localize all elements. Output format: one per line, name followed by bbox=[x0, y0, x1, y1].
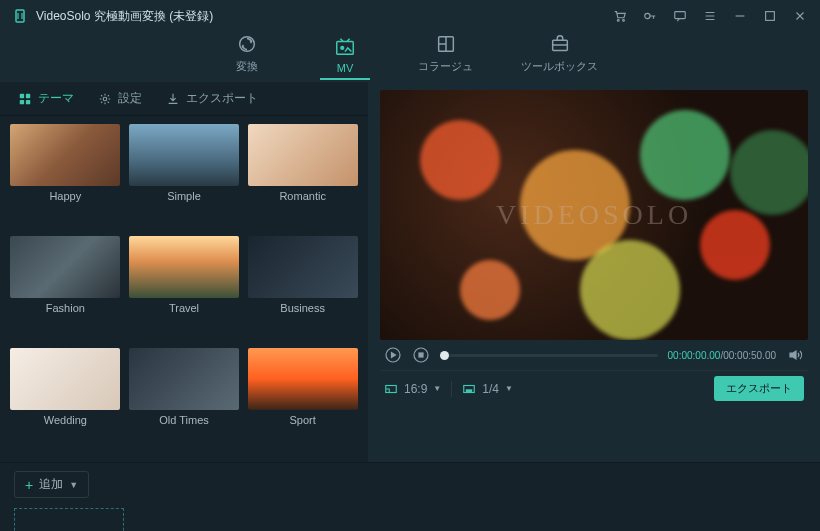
svg-rect-0 bbox=[16, 10, 24, 22]
display-fraction-value: 1/4 bbox=[482, 382, 499, 396]
stop-button[interactable] bbox=[412, 346, 430, 364]
left-panel: テーマ 設定 エクスポート HappySimpleRomanticFashion… bbox=[0, 82, 368, 462]
chevron-down-icon: ▼ bbox=[69, 480, 78, 490]
preview-area: VIDEOSOLO bbox=[380, 90, 808, 340]
progress-handle[interactable] bbox=[440, 351, 449, 360]
nav-mv-label: MV bbox=[337, 62, 354, 74]
svg-rect-4 bbox=[675, 12, 686, 19]
theme-thumb bbox=[10, 124, 120, 186]
theme-thumb bbox=[248, 124, 358, 186]
close-icon[interactable] bbox=[792, 8, 808, 24]
aspect-ratio-value: 16:9 bbox=[404, 382, 427, 396]
app-logo-icon bbox=[12, 8, 28, 24]
svg-rect-11 bbox=[20, 93, 24, 97]
timecode: 00:00:00.00/00:00:50.00 bbox=[668, 350, 776, 361]
theme-thumb bbox=[10, 236, 120, 298]
subtab-theme[interactable]: テーマ bbox=[12, 86, 80, 111]
theme-item-simple[interactable]: Simple bbox=[129, 124, 240, 230]
svg-rect-21 bbox=[467, 389, 472, 391]
subtab-export[interactable]: エクスポート bbox=[160, 86, 264, 111]
sub-tabs: テーマ 設定 エクスポート bbox=[0, 82, 368, 116]
subtab-export-label: エクスポート bbox=[186, 90, 258, 107]
svg-point-8 bbox=[341, 47, 344, 50]
right-panel: VIDEOSOLO 00:00:00.00/00:00:50.00 16:9 bbox=[368, 82, 820, 462]
svg-point-2 bbox=[623, 20, 625, 22]
titlebar: VideoSolo 究極動画変換 (未登録) bbox=[0, 0, 820, 32]
theme-item-oldtimes[interactable]: Old Times bbox=[129, 348, 240, 454]
main-nav: 変換 MV コラージュ ツールボックス bbox=[0, 32, 820, 82]
theme-label: Wedding bbox=[44, 414, 87, 426]
svg-rect-7 bbox=[337, 42, 354, 55]
subtab-settings[interactable]: 設定 bbox=[92, 86, 148, 111]
nav-toolbox[interactable]: ツールボックス bbox=[521, 33, 598, 80]
theme-item-wedding[interactable]: Wedding bbox=[10, 348, 121, 454]
app-title: VideoSolo 究極動画変換 (未登録) bbox=[36, 8, 213, 25]
feedback-icon[interactable] bbox=[672, 8, 688, 24]
add-media-dropzone[interactable]: + bbox=[14, 508, 124, 531]
player-bar: 00:00:00.00/00:00:50.00 bbox=[380, 340, 808, 370]
theme-thumb bbox=[129, 124, 239, 186]
theme-label: Fashion bbox=[46, 302, 85, 314]
nav-collage-label: コラージュ bbox=[418, 59, 473, 74]
theme-grid: HappySimpleRomanticFashionTravelBusiness… bbox=[0, 116, 368, 462]
add-button-label: 追加 bbox=[39, 476, 63, 493]
current-time: 00:00:00.00 bbox=[668, 350, 721, 361]
theme-label: Happy bbox=[49, 190, 81, 202]
theme-thumb bbox=[10, 348, 120, 410]
theme-item-sport[interactable]: Sport bbox=[247, 348, 358, 454]
export-button[interactable]: エクスポート bbox=[714, 376, 804, 401]
svg-rect-12 bbox=[26, 93, 30, 97]
menu-icon[interactable] bbox=[702, 8, 718, 24]
theme-item-travel[interactable]: Travel bbox=[129, 236, 240, 342]
preview-watermark: VIDEOSOLO bbox=[496, 199, 692, 231]
svg-point-15 bbox=[103, 97, 107, 101]
add-button[interactable]: + 追加 ▼ bbox=[14, 471, 89, 498]
chevron-down-icon: ▼ bbox=[505, 384, 513, 393]
plus-icon: + bbox=[25, 477, 33, 493]
key-icon[interactable] bbox=[642, 8, 658, 24]
theme-item-happy[interactable]: Happy bbox=[10, 124, 121, 230]
theme-label: Old Times bbox=[159, 414, 209, 426]
aspect-ratio-select[interactable]: 16:9 ▼ bbox=[384, 382, 441, 396]
nav-convert-label: 変換 bbox=[236, 59, 258, 74]
option-bar: 16:9 ▼ 1/4 ▼ エクスポート bbox=[380, 370, 808, 406]
theme-item-fashion[interactable]: Fashion bbox=[10, 236, 121, 342]
progress-bar[interactable] bbox=[440, 354, 658, 357]
svg-point-3 bbox=[645, 13, 650, 18]
theme-item-romantic[interactable]: Romantic bbox=[247, 124, 358, 230]
theme-label: Travel bbox=[169, 302, 199, 314]
total-time: 00:00:50.00 bbox=[723, 350, 776, 361]
chevron-down-icon: ▼ bbox=[433, 384, 441, 393]
svg-rect-14 bbox=[26, 99, 30, 103]
play-button[interactable] bbox=[384, 346, 402, 364]
nav-collage[interactable]: コラージュ bbox=[418, 33, 473, 80]
nav-mv[interactable]: MV bbox=[320, 36, 370, 80]
theme-label: Simple bbox=[167, 190, 201, 202]
cart-icon[interactable] bbox=[612, 8, 628, 24]
theme-label: Romantic bbox=[279, 190, 325, 202]
svg-rect-13 bbox=[20, 99, 24, 103]
theme-thumb bbox=[248, 236, 358, 298]
subtab-theme-label: テーマ bbox=[38, 90, 74, 107]
subtab-settings-label: 設定 bbox=[118, 90, 142, 107]
svg-rect-18 bbox=[419, 353, 423, 357]
minimize-icon[interactable] bbox=[732, 8, 748, 24]
nav-convert[interactable]: 変換 bbox=[222, 33, 272, 80]
plus-icon: + bbox=[63, 526, 76, 531]
theme-thumb bbox=[129, 348, 239, 410]
bottom-panel: + 追加 ▼ + bbox=[0, 462, 820, 531]
volume-button[interactable] bbox=[786, 346, 804, 364]
theme-thumb bbox=[129, 236, 239, 298]
nav-toolbox-label: ツールボックス bbox=[521, 59, 598, 74]
display-fraction-select[interactable]: 1/4 ▼ bbox=[462, 382, 513, 396]
svg-point-1 bbox=[617, 20, 619, 22]
maximize-icon[interactable] bbox=[762, 8, 778, 24]
theme-item-business[interactable]: Business bbox=[247, 236, 358, 342]
theme-label: Business bbox=[280, 302, 325, 314]
theme-label: Sport bbox=[290, 414, 316, 426]
svg-rect-5 bbox=[766, 12, 775, 21]
theme-thumb bbox=[248, 348, 358, 410]
